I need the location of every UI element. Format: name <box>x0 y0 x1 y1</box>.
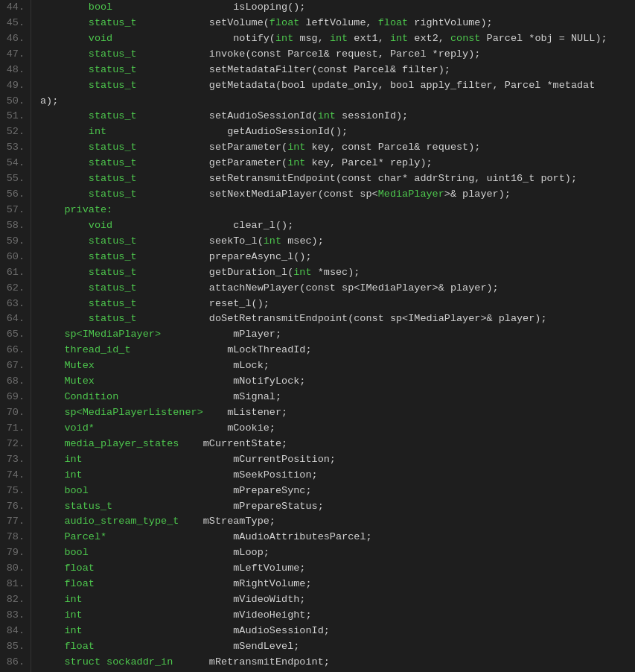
line-number: 58. <box>3 218 25 234</box>
line-number: 57. <box>3 203 25 218</box>
code-line: void notify(int msg, int ext1, int ext2,… <box>40 31 635 47</box>
code-line: Mutex mNotifyLock; <box>40 374 635 390</box>
line-number: 56. <box>3 187 25 203</box>
code-line: bool isLooping(); <box>40 0 635 16</box>
line-number: 60. <box>3 250 25 265</box>
code-line: status_t doSetRetransmitEndpoint(const s… <box>40 311 635 327</box>
code-line: thread_id_t mLockThreadId; <box>40 343 635 358</box>
code-editor: 44.45.46.47.48.49.50.51.52.53.54.55.56.5… <box>0 0 635 672</box>
line-number: 62. <box>3 281 25 297</box>
line-number: 55. <box>3 171 25 187</box>
code-line: status_t setParameter(int key, const Par… <box>40 140 635 156</box>
line-number: 66. <box>3 343 25 358</box>
line-number: 72. <box>3 437 25 452</box>
code-line: void* mCookie; <box>40 421 635 437</box>
line-number: 51. <box>3 109 25 124</box>
code-line: float mRightVolume; <box>40 577 635 592</box>
line-number: 64. <box>3 311 25 327</box>
line-number: 82. <box>3 592 25 608</box>
code-line: bool mLoop; <box>40 545 635 561</box>
line-number: 50. <box>3 94 25 110</box>
code-line: int mSeekPosition; <box>40 468 635 484</box>
line-number: 84. <box>3 624 25 639</box>
code-line: status_t invoke(const Parcel& request, P… <box>40 47 635 63</box>
code-line: status_t getDuration_l(int *msec); <box>40 265 635 281</box>
code-line: sp<IMediaPlayer> mPlayer; <box>40 327 635 343</box>
code-line: status_t setRetransmitEndpoint(const cha… <box>40 171 635 187</box>
line-number: 53. <box>3 140 25 156</box>
code-line: sp<MediaPlayerListener> mListener; <box>40 405 635 421</box>
line-number: 77. <box>3 514 25 530</box>
line-number: 67. <box>3 358 25 374</box>
code-line: int getAudioSessionId(); <box>40 124 635 140</box>
code-line: void clear_l(); <box>40 218 635 234</box>
code-line: float mLeftVolume; <box>40 561 635 577</box>
line-number: 80. <box>3 561 25 577</box>
code-line: int mVideoWidth; <box>40 592 635 608</box>
line-number: 52. <box>3 124 25 140</box>
code-line: status_t mPrepareStatus; <box>40 499 635 515</box>
line-number: 83. <box>3 608 25 624</box>
code-line: Mutex mLock; <box>40 358 635 374</box>
code-line: status_t getMetadata(bool update_only, b… <box>40 78 635 94</box>
code-line: audio_stream_type_t mStreamType; <box>40 514 635 530</box>
line-number: 69. <box>3 390 25 405</box>
code-line: int mAudioSessionId; <box>40 624 635 639</box>
code-line: status_t seekTo_l(int msec); <box>40 234 635 250</box>
code-line: status_t prepareAsync_l(); <box>40 250 635 265</box>
code-line: Parcel* mAudioAttributesParcel; <box>40 530 635 545</box>
line-number: 71. <box>3 421 25 437</box>
line-number: 85. <box>3 639 25 655</box>
line-number: 81. <box>3 577 25 592</box>
code-line: status_t setVolume(float leftVolume, flo… <box>40 16 635 31</box>
line-number: 65. <box>3 327 25 343</box>
line-number: 45. <box>3 16 25 31</box>
line-number: 54. <box>3 156 25 171</box>
line-number: 79. <box>3 545 25 561</box>
code-content: bool isLooping(); status_t setVolume(flo… <box>31 0 635 672</box>
code-line: int mCurrentPosition; <box>40 452 635 468</box>
line-number: 49. <box>3 78 25 94</box>
code-line: status_t setNextMediaPlayer(const sp<Med… <box>40 187 635 203</box>
code-line: status_t attachNewPlayer(const sp<IMedia… <box>40 281 635 297</box>
line-number: 75. <box>3 484 25 499</box>
line-number: 44. <box>3 0 25 16</box>
line-number: 48. <box>3 63 25 78</box>
code-line: private: <box>40 203 635 218</box>
line-number: 70. <box>3 405 25 421</box>
code-line: bool mPrepareSync; <box>40 484 635 499</box>
line-number: 46. <box>3 31 25 47</box>
code-line: struct sockaddr_in mRetransmitEndpoint; <box>40 655 635 671</box>
line-number: 47. <box>3 47 25 63</box>
line-number: 73. <box>3 452 25 468</box>
code-line: Condition mSignal; <box>40 390 635 405</box>
code-line: status_t setMetadataFilter(const Parcel&… <box>40 63 635 78</box>
line-number: 61. <box>3 265 25 281</box>
code-line: status_t setAudioSessionId(int sessionId… <box>40 109 635 124</box>
line-numbers: 44.45.46.47.48.49.50.51.52.53.54.55.56.5… <box>0 0 31 672</box>
code-line: int mVideoHeight; <box>40 608 635 624</box>
line-number: 59. <box>3 234 25 250</box>
code-line: status_t getParameter(int key, Parcel* r… <box>40 156 635 171</box>
line-number: 68. <box>3 374 25 390</box>
line-number: 86. <box>3 655 25 671</box>
line-number: 78. <box>3 530 25 545</box>
line-number: 74. <box>3 468 25 484</box>
code-line: a); <box>40 94 635 110</box>
code-line: media_player_states mCurrentState; <box>40 437 635 452</box>
line-number: 76. <box>3 499 25 515</box>
line-number: 63. <box>3 297 25 312</box>
code-line: status_t reset_l(); <box>40 297 635 312</box>
code-line: float mSendLevel; <box>40 639 635 655</box>
